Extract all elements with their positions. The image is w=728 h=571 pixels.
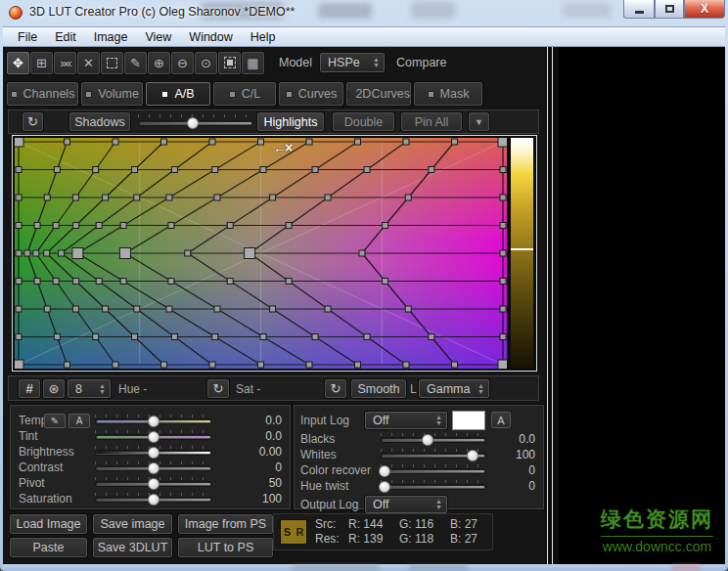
- grid-handle[interactable]: [260, 334, 266, 340]
- zoom-in-button[interactable]: ⊕: [148, 52, 170, 74]
- grid-handle[interactable]: [355, 362, 361, 368]
- spinner-arrows-icon[interactable]: ▲▼: [435, 415, 442, 426]
- slider-handle[interactable]: [422, 434, 433, 446]
- grid-handle[interactable]: [227, 223, 233, 229]
- grid-handle[interactable]: [429, 334, 434, 340]
- grid-handle[interactable]: [166, 195, 172, 200]
- marquee-select-button[interactable]: [101, 52, 123, 74]
- spinner-arrows-icon[interactable]: ▲▼: [478, 383, 484, 395]
- grid-handle[interactable]: [103, 195, 109, 200]
- auto-button[interactable]: A: [491, 412, 511, 428]
- pan-tool-button[interactable]: ✥: [7, 52, 29, 74]
- expand-points-button[interactable]: ✕: [77, 52, 100, 74]
- load-image-button[interactable]: Load Image: [10, 514, 87, 534]
- grid-handle[interactable]: [258, 362, 264, 368]
- compare-toggle[interactable]: Compare: [396, 56, 446, 69]
- colorrecover-slider[interactable]: [381, 468, 486, 474]
- grid-handle[interactable]: [452, 362, 458, 368]
- menu-item-edit[interactable]: Edit: [46, 28, 85, 46]
- grid-handle[interactable]: [73, 223, 79, 229]
- grid-handle[interactable]: [214, 306, 220, 312]
- smooth-button[interactable]: Smooth: [351, 379, 406, 398]
- minimize-button[interactable]: [623, 0, 655, 19]
- contrast-slider[interactable]: [95, 465, 212, 471]
- auto-button[interactable]: A: [68, 414, 90, 428]
- output-log-dropdown[interactable]: Off ▲▼: [365, 496, 447, 513]
- grid-handle[interactable]: [33, 250, 39, 256]
- grid-handle[interactable]: [44, 195, 50, 200]
- grid-handle[interactable]: [59, 250, 65, 256]
- close-button[interactable]: X: [684, 0, 725, 19]
- huetwist-slider[interactable]: [381, 484, 486, 490]
- grid-handle[interactable]: [286, 223, 292, 229]
- model-dropdown[interactable]: HSPe▲▼: [320, 53, 385, 72]
- ab-color-field[interactable]: ←×: [15, 138, 507, 369]
- reset-hue-button[interactable]: ↻: [207, 379, 229, 398]
- grid-handle[interactable]: [72, 195, 78, 200]
- grid-handle[interactable]: [355, 139, 361, 145]
- grid-handle[interactable]: [359, 250, 365, 256]
- grid-handle[interactable]: [65, 362, 70, 368]
- grid-handle[interactable]: [405, 195, 411, 200]
- grid-handle[interactable]: [500, 167, 506, 173]
- contract-points-button[interactable]: »«: [54, 52, 76, 74]
- spinner-arrows-icon[interactable]: ▲▼: [99, 383, 106, 395]
- grid-handle[interactable]: [132, 334, 138, 340]
- zoom-out-button[interactable]: ⊖: [171, 52, 194, 74]
- grid-display-button[interactable]: #: [19, 379, 40, 398]
- grid-handle[interactable]: [161, 139, 167, 145]
- grid-handle[interactable]: [16, 223, 22, 229]
- grid-handle[interactable]: [24, 250, 30, 256]
- tab-curves[interactable]: Curves: [279, 82, 343, 106]
- grid-handle[interactable]: [44, 250, 50, 256]
- grid-handle[interactable]: [113, 139, 118, 145]
- grid-handle[interactable]: [312, 334, 318, 340]
- grid-handle[interactable]: [166, 306, 172, 312]
- grid-handle[interactable]: [214, 195, 220, 200]
- whites-slider[interactable]: [381, 453, 486, 459]
- slider-handle[interactable]: [467, 450, 478, 461]
- paste-button[interactable]: Paste: [10, 538, 87, 557]
- color-wheel-button[interactable]: ⊛: [43, 379, 65, 398]
- picker-color-swatch[interactable]: [452, 411, 485, 430]
- highlights-button[interactable]: Highlights: [257, 112, 324, 131]
- tab-cl[interactable]: C/L: [213, 82, 276, 106]
- grid-handle[interactable]: [119, 248, 130, 259]
- gradient-marker[interactable]: [511, 248, 533, 250]
- grid-handle[interactable]: [500, 250, 506, 256]
- grid-handle[interactable]: [73, 279, 79, 285]
- image-from-ps-button[interactable]: Image from PS: [178, 514, 273, 534]
- temp-eyedropper-button[interactable]: ✎: [44, 414, 66, 428]
- lut-to-ps-button[interactable]: LUT to PS: [178, 538, 273, 557]
- spinner-arrows-icon[interactable]: ▲▼: [373, 57, 380, 68]
- grid-handle[interactable]: [132, 167, 138, 173]
- grid-handle[interactable]: [227, 279, 233, 285]
- grid-handle[interactable]: [93, 167, 99, 173]
- grid-handle[interactable]: [16, 279, 22, 285]
- double-button[interactable]: Double: [333, 112, 394, 131]
- reset-sat-button[interactable]: ↻: [325, 379, 346, 398]
- grid-handle[interactable]: [306, 139, 312, 145]
- slider-handle[interactable]: [148, 416, 159, 427]
- menu-item-view[interactable]: View: [136, 28, 180, 46]
- grid-handle[interactable]: [16, 250, 22, 256]
- pin-all-button[interactable]: Pin All: [401, 112, 462, 131]
- grid-handle[interactable]: [258, 139, 264, 145]
- grid-handle[interactable]: [500, 195, 506, 200]
- input-log-dropdown[interactable]: Off ▲▼: [365, 412, 447, 429]
- grid-size-spinner[interactable]: 8 ▲▼: [68, 379, 111, 398]
- tab-volume[interactable]: Volume: [81, 82, 143, 106]
- grid-handle[interactable]: [325, 306, 331, 312]
- image-preview-area[interactable]: 绿色资源网 www.downcc.com: [559, 47, 725, 564]
- grid-handle[interactable]: [16, 195, 22, 200]
- menu-item-help[interactable]: Help: [242, 28, 285, 46]
- grid-handle[interactable]: [54, 167, 60, 173]
- shadow-highlight-slider[interactable]: [138, 112, 253, 131]
- gamma-dropdown[interactable]: Gamma ▲▼: [419, 379, 489, 398]
- grid-handle[interactable]: [403, 139, 409, 145]
- pivot-slider[interactable]: [95, 481, 212, 487]
- tab-ab[interactable]: A/B: [146, 82, 210, 106]
- grid-handle[interactable]: [96, 223, 102, 229]
- save-3dlut-button[interactable]: Save 3DLUT: [93, 538, 172, 557]
- grid-handle[interactable]: [103, 306, 109, 312]
